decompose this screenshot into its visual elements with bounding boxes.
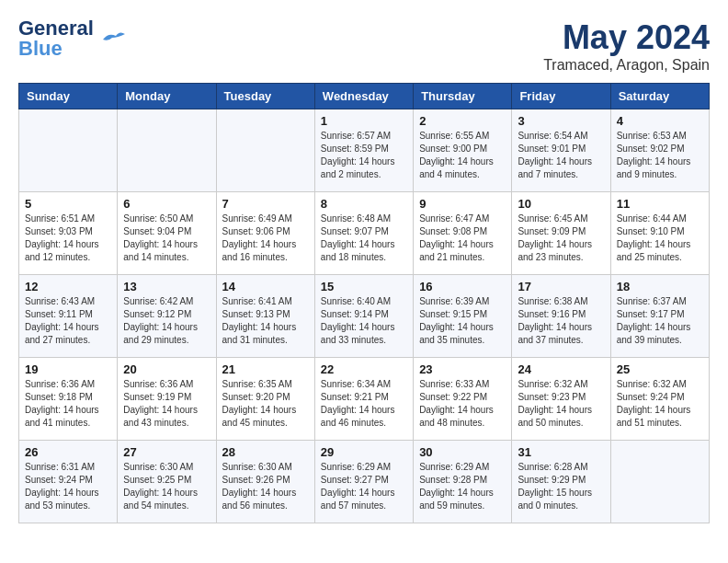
header-cell-monday: Monday: [118, 84, 216, 109]
calendar-cell: 3Sunrise: 6:54 AM Sunset: 9:01 PM Daylig…: [512, 109, 610, 192]
day-number: 10: [518, 197, 604, 211]
page-header: General Blue May 2024 Tramaced, Aragon, …: [18, 18, 710, 74]
day-number: 27: [123, 445, 210, 459]
cell-info: Sunrise: 6:35 AM Sunset: 9:20 PM Dayligh…: [222, 378, 309, 430]
day-number: 6: [123, 197, 210, 211]
logo-general: General: [18, 18, 94, 39]
header-cell-tuesday: Tuesday: [216, 84, 314, 109]
calendar-week-2: 5Sunrise: 6:51 AM Sunset: 9:03 PM Daylig…: [19, 192, 710, 275]
day-number: 4: [617, 114, 703, 128]
day-number: 9: [419, 197, 506, 211]
day-number: 20: [123, 362, 210, 376]
calendar-cell: 17Sunrise: 6:38 AM Sunset: 9:16 PM Dayli…: [512, 275, 610, 358]
calendar-cell: [118, 109, 216, 192]
day-number: 31: [518, 445, 604, 459]
header-cell-sunday: Sunday: [19, 84, 118, 109]
calendar-cell: 1Sunrise: 6:57 AM Sunset: 8:59 PM Daylig…: [314, 109, 413, 192]
logo-bird-icon: [99, 29, 125, 49]
header-cell-saturday: Saturday: [610, 84, 709, 109]
month-title: May 2024: [543, 18, 710, 57]
calendar-cell: 11Sunrise: 6:44 AM Sunset: 9:10 PM Dayli…: [610, 192, 709, 275]
day-number: 29: [321, 445, 407, 459]
day-number: 17: [518, 280, 604, 293]
calendar-cell: 6Sunrise: 6:50 AM Sunset: 9:04 PM Daylig…: [118, 192, 216, 275]
cell-info: Sunrise: 6:36 AM Sunset: 9:19 PM Dayligh…: [123, 378, 210, 430]
calendar-cell: 23Sunrise: 6:33 AM Sunset: 9:22 PM Dayli…: [414, 358, 512, 441]
calendar-cell: [216, 109, 314, 192]
day-number: 21: [222, 362, 309, 376]
header-cell-friday: Friday: [512, 84, 610, 109]
cell-info: Sunrise: 6:37 AM Sunset: 9:17 PM Dayligh…: [617, 295, 703, 347]
day-number: 16: [419, 280, 506, 293]
day-number: 14: [222, 280, 309, 293]
calendar-cell: 10Sunrise: 6:45 AM Sunset: 9:09 PM Dayli…: [512, 192, 610, 275]
cell-info: Sunrise: 6:43 AM Sunset: 9:11 PM Dayligh…: [25, 295, 111, 347]
title-block: May 2024 Tramaced, Aragon, Spain: [543, 18, 710, 74]
cell-info: Sunrise: 6:57 AM Sunset: 8:59 PM Dayligh…: [321, 130, 407, 181]
calendar-cell: 14Sunrise: 6:41 AM Sunset: 9:13 PM Dayli…: [216, 275, 314, 358]
calendar-header: SundayMondayTuesdayWednesdayThursdayFrid…: [19, 84, 710, 109]
day-number: 18: [617, 280, 703, 293]
day-number: 7: [222, 197, 309, 211]
day-number: 1: [321, 114, 407, 128]
calendar-cell: 18Sunrise: 6:37 AM Sunset: 9:17 PM Dayli…: [610, 275, 709, 358]
calendar-cell: 29Sunrise: 6:29 AM Sunset: 9:27 PM Dayli…: [314, 441, 413, 523]
calendar-cell: 21Sunrise: 6:35 AM Sunset: 9:20 PM Dayli…: [216, 358, 314, 441]
cell-info: Sunrise: 6:47 AM Sunset: 9:08 PM Dayligh…: [419, 213, 506, 264]
day-number: 12: [25, 280, 111, 293]
header-cell-thursday: Thursday: [414, 84, 512, 109]
calendar-cell: 4Sunrise: 6:53 AM Sunset: 9:02 PM Daylig…: [610, 109, 709, 192]
cell-info: Sunrise: 6:30 AM Sunset: 9:26 PM Dayligh…: [222, 461, 309, 512]
calendar-cell: 31Sunrise: 6:28 AM Sunset: 9:29 PM Dayli…: [512, 441, 610, 523]
calendar-week-3: 12Sunrise: 6:43 AM Sunset: 9:11 PM Dayli…: [19, 275, 710, 358]
calendar-cell: 22Sunrise: 6:34 AM Sunset: 9:21 PM Dayli…: [314, 358, 413, 441]
day-number: 24: [518, 362, 604, 376]
cell-info: Sunrise: 6:39 AM Sunset: 9:15 PM Dayligh…: [419, 295, 506, 347]
day-number: 5: [25, 197, 111, 211]
calendar-body: 1Sunrise: 6:57 AM Sunset: 8:59 PM Daylig…: [19, 109, 710, 523]
calendar-cell: 8Sunrise: 6:48 AM Sunset: 9:07 PM Daylig…: [314, 192, 413, 275]
day-number: 28: [222, 445, 309, 459]
cell-info: Sunrise: 6:38 AM Sunset: 9:16 PM Dayligh…: [518, 295, 604, 347]
calendar-week-1: 1Sunrise: 6:57 AM Sunset: 8:59 PM Daylig…: [19, 109, 710, 192]
logo: General Blue: [18, 18, 125, 59]
cell-info: Sunrise: 6:40 AM Sunset: 9:14 PM Dayligh…: [321, 295, 407, 347]
calendar-cell: 19Sunrise: 6:36 AM Sunset: 9:18 PM Dayli…: [19, 358, 118, 441]
calendar-cell: 24Sunrise: 6:32 AM Sunset: 9:23 PM Dayli…: [512, 358, 610, 441]
cell-info: Sunrise: 6:29 AM Sunset: 9:28 PM Dayligh…: [419, 461, 506, 512]
calendar-cell: 5Sunrise: 6:51 AM Sunset: 9:03 PM Daylig…: [19, 192, 118, 275]
cell-info: Sunrise: 6:41 AM Sunset: 9:13 PM Dayligh…: [222, 295, 309, 347]
cell-info: Sunrise: 6:51 AM Sunset: 9:03 PM Dayligh…: [25, 213, 111, 264]
day-number: 26: [25, 445, 111, 459]
cell-info: Sunrise: 6:48 AM Sunset: 9:07 PM Dayligh…: [321, 213, 407, 264]
cell-info: Sunrise: 6:28 AM Sunset: 9:29 PM Dayligh…: [518, 461, 604, 512]
cell-info: Sunrise: 6:34 AM Sunset: 9:21 PM Dayligh…: [321, 378, 407, 430]
calendar-cell: 26Sunrise: 6:31 AM Sunset: 9:24 PM Dayli…: [19, 441, 118, 523]
day-number: 15: [321, 280, 407, 293]
cell-info: Sunrise: 6:50 AM Sunset: 9:04 PM Dayligh…: [123, 213, 210, 264]
calendar-cell: 15Sunrise: 6:40 AM Sunset: 9:14 PM Dayli…: [314, 275, 413, 358]
day-number: 2: [419, 114, 506, 128]
logo-blue: Blue: [18, 39, 94, 59]
day-number: 22: [321, 362, 407, 376]
cell-info: Sunrise: 6:49 AM Sunset: 9:06 PM Dayligh…: [222, 213, 309, 264]
day-number: 30: [419, 445, 506, 459]
calendar-cell: 28Sunrise: 6:30 AM Sunset: 9:26 PM Dayli…: [216, 441, 314, 523]
day-number: 8: [321, 197, 407, 211]
day-number: 25: [617, 362, 703, 376]
cell-info: Sunrise: 6:44 AM Sunset: 9:10 PM Dayligh…: [617, 213, 703, 264]
cell-info: Sunrise: 6:53 AM Sunset: 9:02 PM Dayligh…: [617, 130, 703, 181]
cell-info: Sunrise: 6:30 AM Sunset: 9:25 PM Dayligh…: [123, 461, 210, 512]
cell-info: Sunrise: 6:33 AM Sunset: 9:22 PM Dayligh…: [419, 378, 506, 430]
cell-info: Sunrise: 6:31 AM Sunset: 9:24 PM Dayligh…: [25, 461, 111, 512]
cell-info: Sunrise: 6:54 AM Sunset: 9:01 PM Dayligh…: [518, 130, 604, 181]
day-number: 13: [123, 280, 210, 293]
cell-info: Sunrise: 6:42 AM Sunset: 9:12 PM Dayligh…: [123, 295, 210, 347]
calendar-cell: 12Sunrise: 6:43 AM Sunset: 9:11 PM Dayli…: [19, 275, 118, 358]
calendar-cell: 13Sunrise: 6:42 AM Sunset: 9:12 PM Dayli…: [118, 275, 216, 358]
cell-info: Sunrise: 6:45 AM Sunset: 9:09 PM Dayligh…: [518, 213, 604, 264]
calendar-cell: 16Sunrise: 6:39 AM Sunset: 9:15 PM Dayli…: [414, 275, 512, 358]
calendar-week-4: 19Sunrise: 6:36 AM Sunset: 9:18 PM Dayli…: [19, 358, 710, 441]
cell-info: Sunrise: 6:32 AM Sunset: 9:24 PM Dayligh…: [617, 378, 703, 430]
calendar-cell: 2Sunrise: 6:55 AM Sunset: 9:00 PM Daylig…: [414, 109, 512, 192]
